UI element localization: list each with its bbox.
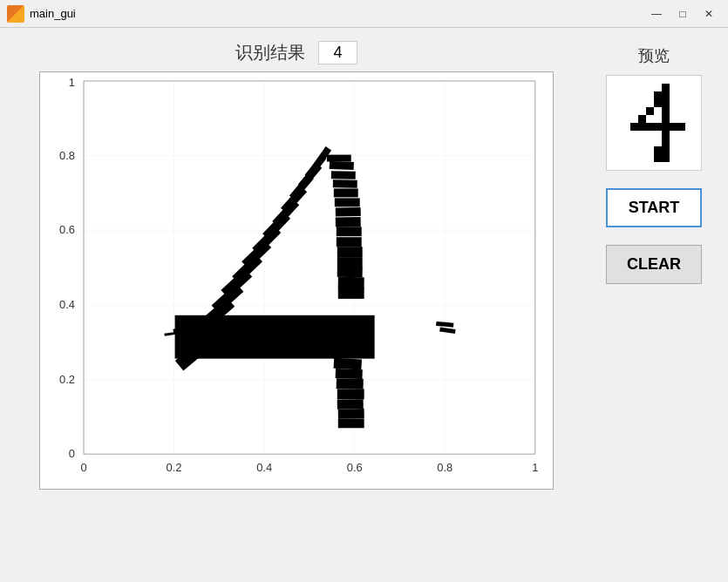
window-controls: — □ ✕ <box>644 4 721 24</box>
close-button[interactable]: ✕ <box>697 4 721 24</box>
svg-text:0.2: 0.2 <box>59 373 75 386</box>
result-header: 识别结果 4 <box>235 41 357 64</box>
start-button[interactable]: START <box>606 188 702 227</box>
svg-rect-47 <box>335 198 360 206</box>
app-icon <box>7 5 24 23</box>
svg-text:1: 1 <box>69 76 75 89</box>
svg-rect-48 <box>336 207 361 216</box>
svg-rect-43 <box>330 161 354 170</box>
svg-rect-83 <box>662 115 670 123</box>
svg-rect-84 <box>630 123 685 131</box>
svg-rect-78 <box>654 99 662 107</box>
svg-rect-76 <box>662 84 670 91</box>
svg-text:0.6: 0.6 <box>59 223 75 236</box>
svg-text:0: 0 <box>69 447 75 460</box>
svg-text:0.8: 0.8 <box>437 461 452 474</box>
svg-rect-49 <box>336 217 361 227</box>
window-title: main_gui <box>30 7 721 20</box>
svg-rect-61 <box>337 399 364 409</box>
svg-rect-87 <box>654 146 670 154</box>
svg-text:0: 0 <box>80 461 86 474</box>
svg-rect-88 <box>654 154 670 162</box>
svg-rect-63 <box>338 418 364 428</box>
svg-rect-44 <box>331 171 356 179</box>
svg-rect-60 <box>337 389 364 399</box>
svg-rect-52 <box>337 247 363 257</box>
main-content: 识别结果 4 <box>0 28 728 582</box>
svg-rect-79 <box>662 99 670 107</box>
svg-rect-55 <box>338 277 364 288</box>
result-label: 识别结果 <box>235 41 305 64</box>
restore-button[interactable]: □ <box>670 4 695 24</box>
svg-rect-46 <box>334 188 358 197</box>
plot-section: 识别结果 4 <box>13 37 580 573</box>
preview-box <box>606 75 702 171</box>
title-bar: main_gui — □ ✕ <box>0 0 728 28</box>
right-panel: 预览 <box>593 37 715 573</box>
svg-rect-51 <box>337 237 362 247</box>
svg-rect-0 <box>84 81 535 454</box>
result-value-box: 4 <box>318 41 357 64</box>
svg-rect-41 <box>175 315 375 359</box>
svg-text:0.2: 0.2 <box>167 461 182 474</box>
svg-rect-56 <box>338 288 364 299</box>
svg-rect-54 <box>337 267 363 277</box>
svg-rect-58 <box>336 369 363 379</box>
svg-rect-59 <box>337 378 364 389</box>
plot-svg: 0 0.2 0.4 0.6 0.8 1 0 0.2 0.4 0.6 0.8 1 <box>40 72 553 489</box>
clear-button[interactable]: CLEAR <box>606 245 702 284</box>
svg-rect-45 <box>333 179 357 187</box>
svg-text:0.8: 0.8 <box>59 149 75 162</box>
plot-container[interactable]: 0 0.2 0.4 0.6 0.8 1 0 0.2 0.4 0.6 0.8 1 <box>39 71 554 490</box>
svg-text:0.4: 0.4 <box>256 461 272 474</box>
svg-rect-80 <box>646 107 654 115</box>
svg-rect-81 <box>662 107 670 115</box>
svg-rect-82 <box>638 115 646 123</box>
svg-text:0.4: 0.4 <box>59 298 75 311</box>
svg-rect-42 <box>327 155 351 162</box>
svg-rect-62 <box>338 409 364 418</box>
svg-rect-50 <box>337 227 362 236</box>
svg-text:1: 1 <box>532 461 538 474</box>
preview-digit-svg <box>615 84 693 162</box>
svg-rect-85 <box>662 131 670 139</box>
preview-label: 预览 <box>638 45 670 66</box>
svg-rect-57 <box>334 358 362 370</box>
minimize-button[interactable]: — <box>644 4 669 24</box>
svg-rect-77 <box>654 91 670 99</box>
svg-rect-86 <box>662 139 670 146</box>
preview-section: 预览 <box>606 45 702 171</box>
svg-text:0.6: 0.6 <box>347 461 363 474</box>
svg-rect-53 <box>337 257 363 267</box>
